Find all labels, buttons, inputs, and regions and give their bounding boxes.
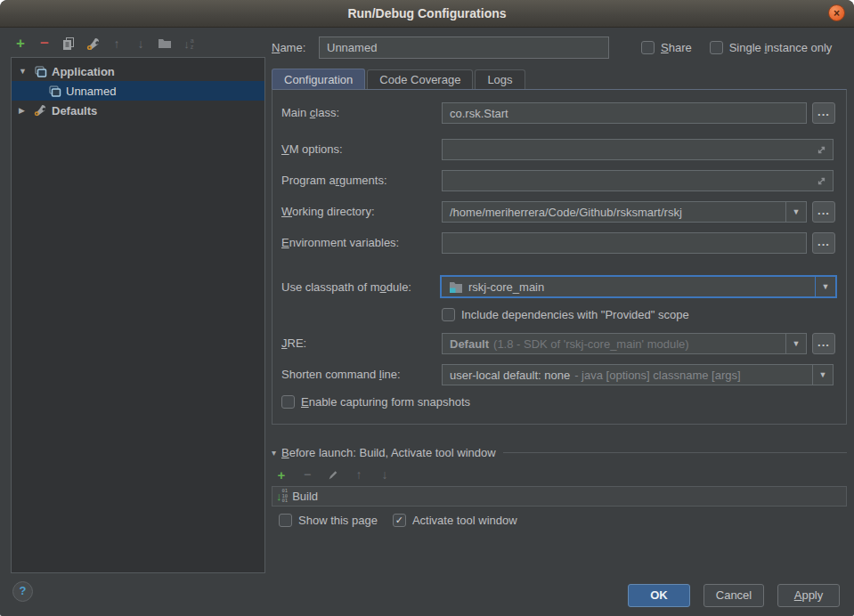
shorten-command-line-combo[interactable]: user-local default: none - java [options… <box>442 364 834 385</box>
run-debug-configurations-dialog: Run/Debug Configurations × + − ↑ ↓ ↓ az … <box>0 0 854 616</box>
divider-line <box>503 452 847 453</box>
before-launch-title: Before launch: Build, Activate tool wind… <box>281 446 496 459</box>
show-this-page-checkbox[interactable] <box>279 514 292 527</box>
arrow-up-icon: ↑ <box>356 467 362 482</box>
plus-icon: + <box>278 467 286 482</box>
jre-combo[interactable]: Default (1.8 - SDK of 'rskj-core_main' m… <box>442 333 807 354</box>
name-row: Name: Unnamed Share Single instance only <box>272 36 832 59</box>
edit-task-button[interactable] <box>325 466 341 482</box>
single-instance-checkbox[interactable] <box>710 41 723 54</box>
create-folder-button[interactable] <box>157 36 173 52</box>
tab-code-coverage[interactable]: Code Coverage <box>367 69 473 90</box>
environment-variables-input[interactable] <box>442 232 807 254</box>
tab-logs[interactable]: Logs <box>475 69 525 90</box>
cancel-button[interactable]: Cancel <box>704 584 764 607</box>
minus-icon: − <box>40 35 49 53</box>
help-button[interactable]: ? <box>12 581 33 602</box>
tree-node-label: Unnamed <box>66 85 116 98</box>
jre-value: Default <box>450 337 489 351</box>
enable-capturing-label: Enable capturing form snapshots <box>301 395 470 409</box>
activate-tool-window-row[interactable]: ✓ Activate tool window <box>393 514 517 527</box>
title-bar[interactable]: Run/Debug Configurations × <box>0 0 854 28</box>
copy-configuration-button[interactable] <box>61 36 77 52</box>
move-task-up-button[interactable]: ↑ <box>351 466 367 482</box>
configurations-tree: ▼ Application Unnamed ▶ Defaults <box>11 57 265 573</box>
name-label: Name: <box>272 41 319 54</box>
dropdown-arrow-icon[interactable]: ▼ <box>815 277 835 296</box>
remove-task-button[interactable]: − <box>299 466 315 482</box>
program-arguments-input[interactable] <box>442 170 834 191</box>
shorten-command-line-label: Shorten command line: <box>281 368 401 381</box>
settings-tabs: Configuration Code Coverage Logs <box>272 69 525 90</box>
before-launch-task-build[interactable]: ↓ 01 10 01 Build <box>272 486 847 507</box>
sort-alphabetically-icon: ↓ az <box>183 37 193 51</box>
edit-defaults-button[interactable] <box>85 36 101 52</box>
working-directory-combo[interactable]: /home/meriherrera/Code/Github/rsksmart/r… <box>442 201 807 223</box>
activate-tool-window-checkbox[interactable]: ✓ <box>393 514 406 527</box>
program-arguments-label: Program arguments: <box>281 174 387 187</box>
name-input[interactable]: Unnamed <box>319 36 609 59</box>
environment-variables-browse-button[interactable]: ... <box>812 232 835 254</box>
remove-configuration-button[interactable]: − <box>37 36 53 52</box>
name-value: Unnamed <box>327 41 377 54</box>
share-checkbox[interactable] <box>641 41 655 54</box>
expand-field-icon[interactable] <box>816 144 827 158</box>
jre-value-hint: (1.8 - SDK of 'rskj-core_main' module) <box>493 337 689 351</box>
working-directory-value: /home/meriherrera/Code/Github/rsksmart/r… <box>450 206 682 219</box>
close-icon[interactable]: × <box>828 4 845 21</box>
question-mark-icon: ? <box>20 584 27 597</box>
enable-capturing-checkbox[interactable] <box>281 395 295 409</box>
before-launch-toolbar: + − ↑ ↓ <box>273 466 393 482</box>
sort-configurations-button[interactable]: ↓ az <box>181 36 197 52</box>
include-dependencies-label: Include dependencies with "Provided" sco… <box>461 308 689 321</box>
move-task-down-button[interactable]: ↓ <box>377 466 393 482</box>
plus-icon: + <box>16 35 25 53</box>
tab-configuration[interactable]: Configuration <box>272 69 365 90</box>
show-this-page-label: Show this page <box>298 514 378 527</box>
before-launch-header[interactable]: ▾ Before launch: Build, Activate tool wi… <box>272 446 847 459</box>
enable-capturing-row[interactable]: Enable capturing form snapshots <box>281 395 470 409</box>
build-compile-icon: ↓ 01 10 01 <box>276 489 288 504</box>
tree-node-defaults[interactable]: ▶ Defaults <box>12 101 264 120</box>
include-dependencies-row[interactable]: Include dependencies with "Provided" sco… <box>442 308 689 321</box>
tree-collapsed-icon[interactable]: ▶ <box>19 106 28 115</box>
dropdown-arrow-icon[interactable]: ▼ <box>785 334 806 353</box>
show-this-page-row[interactable]: Show this page <box>279 514 378 527</box>
share-checkbox-row[interactable]: Share <box>641 41 692 54</box>
tree-node-label: Defaults <box>52 104 97 118</box>
vm-options-label: VM options: <box>281 142 343 156</box>
use-classpath-combo[interactable]: rskj-core_main ▼ <box>440 275 837 298</box>
single-instance-checkbox-row[interactable]: Single instance only <box>710 41 833 54</box>
main-class-browse-button[interactable]: ... <box>812 102 835 124</box>
move-up-button[interactable]: ↑ <box>109 36 125 52</box>
vm-options-input[interactable] <box>442 139 834 160</box>
folder-icon <box>158 37 172 50</box>
shorten-command-line-hint: - java [options] classname [args] <box>574 369 740 382</box>
collapse-triangle-icon[interactable]: ▾ <box>272 448 276 458</box>
activate-tool-window-label: Activate tool window <box>412 514 517 527</box>
expand-field-icon[interactable] <box>816 175 827 190</box>
main-class-input[interactable]: co.rsk.Start <box>442 102 807 124</box>
move-down-button[interactable]: ↓ <box>133 36 149 52</box>
dropdown-arrow-icon[interactable]: ▼ <box>812 365 833 385</box>
minus-icon: − <box>304 467 311 482</box>
dropdown-arrow-icon[interactable]: ▼ <box>785 202 806 222</box>
tree-node-application[interactable]: ▼ Application <box>12 61 264 81</box>
include-dependencies-checkbox[interactable] <box>442 308 455 321</box>
shorten-command-line-value: user-local default: none <box>450 369 570 382</box>
ellipsis-icon: ... <box>817 204 830 217</box>
apply-button[interactable]: Apply <box>777 584 840 607</box>
copy-icon <box>61 36 76 51</box>
use-classpath-label: Use classpath of module: <box>281 280 411 294</box>
ellipsis-icon: ... <box>817 336 830 349</box>
ok-button[interactable]: OK <box>628 584 690 607</box>
configuration-tab-panel: Main class: co.rsk.Start ... VM options:… <box>272 89 847 425</box>
arrow-up-icon: ↑ <box>114 36 120 51</box>
jre-browse-button[interactable]: ... <box>812 333 835 354</box>
tree-expanded-icon[interactable]: ▼ <box>19 67 28 76</box>
add-configuration-button[interactable]: + <box>12 36 28 52</box>
tree-node-unnamed[interactable]: Unnamed <box>12 81 264 101</box>
working-directory-browse-button[interactable]: ... <box>812 201 835 223</box>
module-icon <box>449 280 463 293</box>
add-task-button[interactable]: + <box>273 466 289 482</box>
